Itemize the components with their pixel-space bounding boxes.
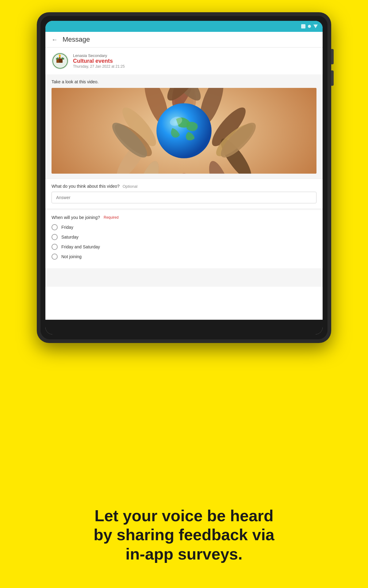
tagline-line3: in-app surveys. (125, 545, 242, 563)
video-thumbnail[interactable] (52, 88, 316, 174)
status-icons (301, 24, 318, 28)
volume-button (331, 70, 334, 86)
radio-option-saturday[interactable]: Saturday (52, 234, 316, 240)
svg-point-33 (156, 103, 212, 158)
power-button (331, 49, 334, 64)
svg-rect-3 (59, 58, 63, 63)
wifi-icon (308, 25, 311, 28)
tablet-inner-bezel: ← Message (40, 16, 328, 339)
radio-label-friday: Friday (61, 225, 73, 230)
hands-artwork (52, 88, 316, 174)
tagline-line1: Let your voice be heard (94, 507, 274, 525)
svg-point-7 (59, 55, 60, 57)
message-date: Thursday, 27 Jan 2022 at 21:25 (73, 64, 125, 69)
sender-details: Lenasia Secondary Cultural events Thursd… (73, 53, 125, 69)
bottom-tagline: Let your voice be heard by sharing feedb… (37, 506, 331, 564)
bottom-text-section: Let your voice be heard by sharing feedb… (0, 506, 368, 564)
answer-input[interactable] (52, 192, 316, 203)
avatar (52, 52, 69, 70)
radio-circle-saturday[interactable] (52, 234, 58, 240)
survey-question-1: What do you think about this video? Opti… (52, 184, 316, 189)
survey-text-section: What do you think about this video? Opti… (45, 179, 323, 208)
bottom-gray-area (45, 268, 323, 287)
tagline-line2: by sharing feedback via (94, 526, 274, 544)
status-bar (45, 21, 323, 32)
sender-info: Lenasia Secondary Cultural events Thursd… (45, 47, 323, 74)
radio-option-not-joining[interactable]: Not joining (52, 254, 316, 260)
radio-circle-not-joining[interactable] (52, 254, 58, 260)
message-content: Lenasia Secondary Cultural events Thursd… (45, 47, 323, 320)
message-title: Cultural events (73, 58, 125, 64)
sender-name: Lenasia Secondary (73, 53, 125, 58)
message-body: Take a look at this video. (45, 74, 323, 179)
battery-icon (301, 24, 305, 28)
tablet-device: ← Message (37, 12, 331, 343)
radio-circle-friday-saturday[interactable] (52, 244, 58, 250)
app-header: ← Message (45, 32, 323, 47)
radio-section: When will you be joining? Required Frida… (45, 208, 323, 268)
radio-label-friday-saturday: Friday and Saturday (61, 244, 100, 249)
page-title: Message (63, 36, 90, 43)
tablet-screen: ← Message (45, 21, 323, 334)
radio-label-saturday: Saturday (61, 235, 79, 239)
radio-circle-friday[interactable] (52, 224, 58, 230)
radio-option-friday-saturday[interactable]: Friday and Saturday (52, 244, 316, 250)
required-badge: Required (104, 215, 119, 220)
radio-label-not-joining: Not joining (61, 254, 82, 259)
nav-bar (45, 320, 323, 334)
radio-question-row: When will you be joining? Required (52, 215, 316, 220)
radio-question-text: When will you be joining? (52, 215, 100, 220)
signal-icon (313, 24, 318, 28)
back-button[interactable]: ← (52, 36, 58, 43)
radio-option-friday[interactable]: Friday (52, 224, 316, 230)
message-text: Take a look at this video. (52, 79, 316, 84)
optional-label: Optional (123, 184, 137, 189)
